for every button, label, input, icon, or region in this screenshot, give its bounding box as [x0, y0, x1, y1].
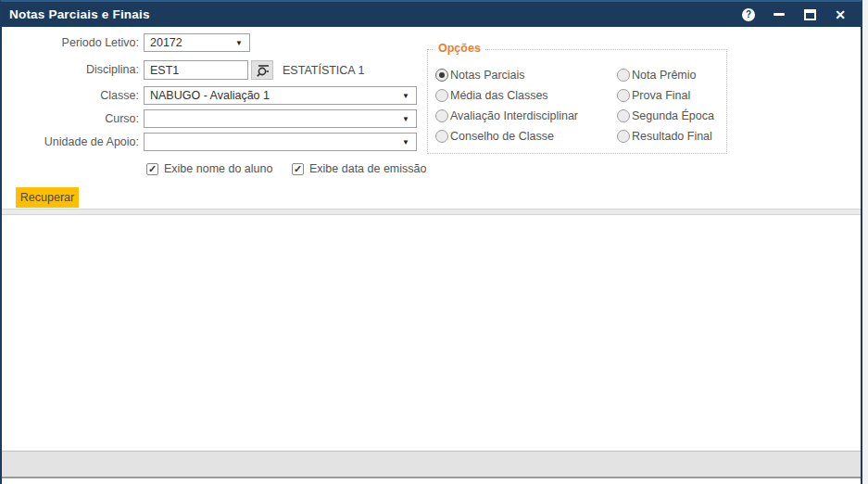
- maximize-button[interactable]: [802, 6, 817, 23]
- chevron-down-icon: ▼: [402, 115, 409, 123]
- close-icon: ✕: [835, 8, 846, 21]
- curso-select[interactable]: ▼: [144, 109, 417, 128]
- classe-label: Classe:: [2, 88, 139, 103]
- radio-label: Avaliação Interdisciplinar: [450, 109, 578, 122]
- section-divider: [2, 209, 861, 215]
- exibe-data-emissao-checkbox[interactable]: ✓ Exibe data de emissão: [292, 162, 426, 175]
- help-icon: ?: [742, 8, 755, 21]
- restore-window-icon: [804, 9, 816, 20]
- unidade-apoio-select[interactable]: ▼: [144, 133, 417, 151]
- checkbox-label: Exibe nome do aluno: [164, 162, 272, 175]
- classe-value: NABUGO - Avaliação 1: [150, 89, 270, 102]
- radio-prova-final[interactable]: Prova Final: [617, 89, 690, 102]
- radio-conselho-de-classe[interactable]: Conselho de Classe: [435, 130, 554, 143]
- classe-select[interactable]: NABUGO - Avaliação 1 ▼: [144, 86, 417, 105]
- dialog-window: Notas Parciais e Finais ? ✕ Periodo Leti…: [0, 0, 862, 484]
- disciplina-lookup-button[interactable]: [251, 60, 273, 80]
- help-button[interactable]: ?: [741, 6, 756, 23]
- radio-avaliacao-interdisciplinar[interactable]: Avaliação Interdisciplinar: [435, 109, 578, 122]
- radio-label: Nota Prêmio: [632, 69, 696, 82]
- recuperar-button[interactable]: Recuperar: [16, 187, 79, 208]
- radio-nota-premio[interactable]: Nota Prêmio: [617, 69, 696, 82]
- unidade-apoio-label: Unidade de Apoio:: [2, 134, 139, 149]
- radio-icon: [617, 109, 630, 122]
- minimize-icon: [774, 13, 785, 16]
- checkbox-label: Exibe data de emissão: [309, 162, 426, 175]
- radio-media-das-classes[interactable]: Média das Classes: [435, 89, 548, 102]
- dialog-content: Periodo Letivo: 20172 ▼ Disciplina: EST1…: [2, 27, 861, 484]
- radio-segunda-epoca[interactable]: Segunda Época: [617, 109, 714, 122]
- radio-label: Média das Classes: [450, 89, 548, 102]
- radio-icon: [435, 130, 448, 143]
- exibe-nome-aluno-checkbox[interactable]: ✓ Exibe nome do aluno: [146, 162, 272, 175]
- radio-icon: [617, 89, 630, 102]
- disciplina-label: Disciplina:: [2, 62, 139, 77]
- periodo-letivo-value: 20172: [150, 36, 182, 49]
- titlebar-controls: ? ✕: [741, 6, 848, 23]
- close-button[interactable]: ✕: [833, 6, 848, 23]
- periodo-letivo-select[interactable]: 20172 ▼: [144, 33, 250, 52]
- radio-label: Conselho de Classe: [450, 130, 554, 143]
- opcoes-groupbox: Opções Notas Parciais Média das Classes …: [427, 49, 727, 154]
- radio-label: Prova Final: [632, 89, 690, 102]
- radio-notas-parciais[interactable]: Notas Parciais: [435, 69, 525, 82]
- chevron-down-icon: ▼: [402, 138, 409, 146]
- radio-icon: [617, 69, 630, 82]
- curso-label: Curso:: [2, 111, 139, 126]
- periodo-letivo-label: Periodo Letivo:: [2, 35, 139, 50]
- opcoes-groupbox-title: Opções: [434, 42, 485, 55]
- checkbox-check-icon: ✓: [292, 163, 304, 175]
- titlebar: Notas Parciais e Finais ? ✕: [2, 2, 861, 27]
- chevron-down-icon: ▼: [402, 92, 409, 100]
- disciplina-input[interactable]: EST1: [144, 60, 248, 80]
- radio-resultado-final[interactable]: Resultado Final: [617, 130, 712, 143]
- radio-label: Segunda Época: [632, 109, 714, 122]
- minimize-button[interactable]: [772, 6, 786, 23]
- window-title: Notas Parciais e Finais: [9, 7, 150, 21]
- radio-label: Notas Parciais: [450, 69, 525, 82]
- chevron-down-icon: ▼: [235, 39, 243, 47]
- radio-icon: [617, 130, 630, 143]
- radio-icon: [435, 109, 448, 122]
- radio-label: Resultado Final: [632, 130, 712, 143]
- status-bar: [2, 451, 861, 478]
- disciplina-value: EST1: [150, 64, 179, 77]
- disciplina-description: ESTATÍSTICA 1: [283, 64, 364, 77]
- checkbox-check-icon: ✓: [146, 163, 158, 175]
- radio-selected-icon: [435, 69, 448, 82]
- radio-icon: [435, 89, 448, 102]
- lookup-magnifier-icon: [255, 62, 270, 78]
